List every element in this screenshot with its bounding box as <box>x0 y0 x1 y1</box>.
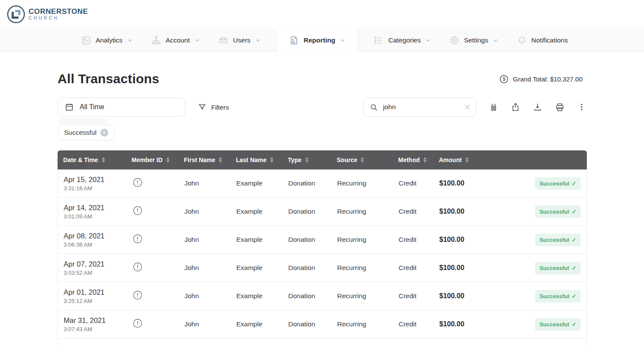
status-badge: Successful ✓ <box>535 262 581 274</box>
nav-item-account[interactable]: Account <box>149 29 202 52</box>
cell-member-id <box>132 290 184 302</box>
status-label: Successful <box>539 321 569 328</box>
sort-icon <box>166 157 170 163</box>
download-button[interactable] <box>532 102 543 112</box>
chevron-down-icon <box>425 37 431 43</box>
column-header-label: Type <box>288 156 302 163</box>
nav-item-reporting[interactable]: $ Reporting <box>277 29 357 52</box>
cell-status: Successful ✓ <box>509 318 581 331</box>
transaction-date: Apr 07, 2021 <box>64 260 132 268</box>
table-row[interactable]: Apr 07, 2021 3:03:52 AM John Example Don… <box>58 254 586 282</box>
table-row[interactable]: Apr 01, 2021 3:25:12 AM John Example Don… <box>58 282 586 310</box>
share-button[interactable] <box>510 102 521 112</box>
transaction-date: Mar 31, 2021 <box>64 316 132 325</box>
cell-type: Donation <box>288 208 337 215</box>
account-icon <box>151 35 161 46</box>
check-icon: ✓ <box>572 293 576 299</box>
main-nav: Analytics Account <box>0 29 644 52</box>
check-icon: ✓ <box>572 321 576 328</box>
table-row[interactable]: Apr 15, 2021 3:31:16 AM John Example Don… <box>58 169 586 198</box>
cell-first-name: John <box>184 208 236 215</box>
check-icon: ✓ <box>572 208 576 215</box>
cell-status: Successful ✓ <box>509 177 581 190</box>
column-header-method[interactable]: Method <box>398 156 439 163</box>
table-header-row: Date & Time Member ID First Name Last Na… <box>58 150 587 169</box>
cell-amount: $100.00 <box>439 236 509 244</box>
info-icon[interactable] <box>132 177 143 188</box>
categories-icon <box>374 35 384 46</box>
column-header-label: Method <box>398 156 420 163</box>
nav-item-label: Settings <box>464 36 488 44</box>
cell-status: Successful ✓ <box>509 205 581 218</box>
column-header-amount[interactable]: Amount <box>439 156 508 163</box>
nav-item-notifications[interactable]: Notifications <box>515 29 570 52</box>
remove-filter-icon[interactable]: ✕ <box>100 129 108 137</box>
status-label: Successful <box>539 180 569 187</box>
nav-item-users[interactable]: Users <box>216 29 262 52</box>
column-header-member-id[interactable]: Member ID <box>132 156 184 163</box>
cell-method: Credit <box>399 208 439 215</box>
nav-item-label: Account <box>166 36 190 44</box>
info-icon[interactable] <box>132 318 143 329</box>
sort-icon <box>270 157 274 163</box>
table-row[interactable]: Mar 31, 2021 3:07:43 AM John Example Don… <box>58 310 586 338</box>
page-title: All Transactions <box>58 72 159 86</box>
cell-member-id <box>132 234 184 246</box>
chevron-down-icon <box>127 37 133 43</box>
info-icon[interactable] <box>132 262 143 272</box>
column-header-type[interactable]: Type <box>288 156 337 163</box>
cell-member-id <box>132 318 184 330</box>
clear-search-icon[interactable] <box>464 104 471 111</box>
search-icon <box>370 103 378 111</box>
table-row[interactable]: Apr 08, 2021 3:06:36 AM John Example Don… <box>58 226 586 254</box>
cell-amount: $100.00 <box>439 264 509 272</box>
sort-icon <box>305 157 309 163</box>
cell-member-id <box>132 177 184 189</box>
nav-item-analytics[interactable]: Analytics <box>79 29 135 52</box>
cornerstone-logo-icon <box>6 4 26 24</box>
filters-button[interactable]: Filters <box>198 103 229 111</box>
column-header-label: Source <box>337 156 357 163</box>
info-icon[interactable] <box>132 290 143 300</box>
cell-status: Successful ✓ <box>509 234 581 246</box>
table-row[interactable]: Apr 14, 2021 3:01:09 AM John Example Don… <box>58 198 586 226</box>
cell-date-time: Apr 01, 2021 3:25:12 AM <box>64 288 132 304</box>
chevron-down-icon <box>255 37 261 43</box>
cell-type: Donation <box>288 264 337 272</box>
cell-source: Recurring <box>337 179 399 187</box>
cell-first-name: John <box>184 236 236 244</box>
cell-first-name: John <box>184 179 236 187</box>
cell-first-name: John <box>184 264 236 272</box>
transaction-time: 3:07:43 AM <box>64 326 132 332</box>
check-icon: ✓ <box>572 265 576 271</box>
print-button[interactable] <box>554 102 565 112</box>
transaction-date: Apr 01, 2021 <box>64 288 132 296</box>
table-row-partial <box>58 338 586 345</box>
cell-first-name: John <box>184 320 236 328</box>
brand-logo[interactable]: CORNERSTONE CHURCH <box>6 4 88 24</box>
columns-button[interactable] <box>488 102 499 112</box>
column-header-last-name[interactable]: Last Name <box>236 156 288 163</box>
grand-total-label: Grand Total: $10,327.00 <box>513 75 583 83</box>
nav-item-settings[interactable]: Settings <box>448 29 500 52</box>
active-filter-chip[interactable]: Successful ✕ <box>58 125 114 140</box>
nav-item-label: Notifications <box>531 36 568 44</box>
column-header-source[interactable]: Source <box>337 156 398 163</box>
cell-status: Successful ✓ <box>509 262 581 274</box>
more-options-button[interactable] <box>576 102 587 112</box>
cell-method: Credit <box>399 264 439 272</box>
column-header-first-name[interactable]: First Name <box>184 156 236 163</box>
chevron-down-icon <box>194 37 200 43</box>
date-range-button[interactable]: All Time <box>58 98 185 117</box>
cell-last-name: Example <box>236 179 288 187</box>
date-range-value: All Time <box>80 103 104 111</box>
status-label: Successful <box>539 293 569 299</box>
nav-item-categories[interactable]: Categories <box>372 29 433 52</box>
search-input[interactable] <box>383 103 464 111</box>
info-icon[interactable] <box>132 205 143 216</box>
info-icon[interactable] <box>132 234 143 244</box>
cell-source: Recurring <box>337 208 399 215</box>
column-header-date-time[interactable]: Date & Time <box>63 156 132 163</box>
cell-last-name: Example <box>236 208 288 215</box>
cell-method: Credit <box>399 320 439 328</box>
